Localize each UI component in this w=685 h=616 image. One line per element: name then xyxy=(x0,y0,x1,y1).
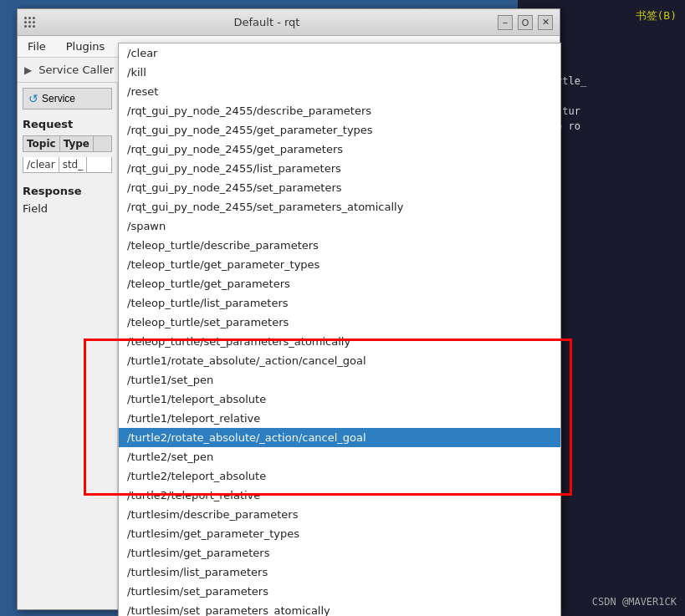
maximize-button[interactable]: O xyxy=(518,15,533,30)
dropdown-item-18[interactable]: /turtle1/teleport_absolute xyxy=(119,389,560,409)
toolbar-service-caller-label: Service Caller xyxy=(38,64,114,76)
right-panel: ? i Call − O ✕ /clear/kill/reset/rqt_gui… xyxy=(118,83,560,609)
watermark: CSDN @MAVER1CK xyxy=(592,596,677,608)
dropdown-item-22[interactable]: /turtle2/teleport_absolute xyxy=(119,466,560,486)
col-topic: Topic xyxy=(23,136,60,151)
dropdown-item-0[interactable]: /clear xyxy=(119,43,560,63)
window-title: Default - rqt xyxy=(36,16,498,28)
dropdown-item-20[interactable]: /turtle2/rotate_absolute/_action/cancel_… xyxy=(119,428,560,447)
dropdown-item-27[interactable]: /turtlesim/list_parameters xyxy=(119,563,560,582)
dropdown-item-11[interactable]: /teleop_turtle/get_parameter_types xyxy=(119,255,560,274)
dropdown-item-7[interactable]: /rqt_gui_py_node_2455/set_parameters xyxy=(119,178,560,197)
dropdown-item-5[interactable]: /rqt_gui_py_node_2455/get_parameters xyxy=(119,140,560,159)
service-btn-label: Service xyxy=(42,93,75,104)
dropdown-item-29[interactable]: /turtlesim/set_parameters_atomically xyxy=(119,601,560,616)
app-dots-icon xyxy=(24,17,36,28)
dropdown-item-12[interactable]: /teleop_turtle/get_parameters xyxy=(119,274,560,293)
content-area: ↺ Service Request Topic Type /clear std_… xyxy=(18,83,560,609)
response-label: Response xyxy=(23,185,112,197)
col-type: Type xyxy=(60,136,94,151)
menu-file[interactable]: File xyxy=(24,38,49,54)
dropdown-item-9[interactable]: /spawn xyxy=(119,216,560,236)
refresh-icon: ↺ xyxy=(28,92,38,105)
titlebar-controls: − O ✕ xyxy=(498,15,553,30)
dropdown-item-19[interactable]: /turtle1/teleport_relative xyxy=(119,409,560,428)
dropdown-item-13[interactable]: /teleop_turtle/list_parameters xyxy=(119,293,560,313)
main-window: Default - rqt − O ✕ File Plugins ▶ Servi… xyxy=(17,8,560,610)
row-topic-value: /clear xyxy=(23,157,59,172)
minimize-button[interactable]: − xyxy=(498,15,513,30)
dropdown-item-25[interactable]: /turtlesim/get_parameter_types xyxy=(119,524,560,543)
request-table-header: Topic Type xyxy=(23,135,112,152)
dropdown-item-28[interactable]: /turtlesim/set_parameters xyxy=(119,582,560,601)
dropdown-item-23[interactable]: /turtle2/teleport_relative xyxy=(119,486,560,505)
dropdown-item-1[interactable]: /kill xyxy=(119,63,560,82)
dropdown-item-24[interactable]: /turtlesim/describe_parameters xyxy=(119,505,560,524)
dropdown-item-2[interactable]: /reset xyxy=(119,82,560,101)
close-button[interactable]: ✕ xyxy=(538,15,553,30)
toolbar-arrow-icon: ▶ xyxy=(24,64,32,76)
row-type-value: std_ xyxy=(59,157,88,172)
request-label: Request xyxy=(23,118,112,130)
dropdown-item-16[interactable]: /turtle1/rotate_absolute/_action/cancel_… xyxy=(119,351,560,370)
dropdown-item-10[interactable]: /teleop_turtle/describe_parameters xyxy=(119,236,560,255)
dropdown-item-17[interactable]: /turtle1/set_pen xyxy=(119,370,560,389)
dropdown-item-15[interactable]: /teleop_turtle/set_parameters_atomically xyxy=(119,332,560,351)
dropdown-item-4[interactable]: /rqt_gui_py_node_2455/get_parameter_type… xyxy=(119,120,560,140)
menu-plugins[interactable]: Plugins xyxy=(63,38,109,54)
request-table-row: /clear std_ xyxy=(23,157,112,173)
service-button[interactable]: ↺ Service xyxy=(23,88,112,109)
dropdown-item-8[interactable]: /rqt_gui_py_node_2455/set_parameters_ato… xyxy=(119,197,560,216)
dropdown-item-14[interactable]: /teleop_turtle/set_parameters xyxy=(119,313,560,332)
dropdown-item-26[interactable]: /turtlesim/get_parameters xyxy=(119,543,560,563)
titlebar: Default - rqt − O ✕ xyxy=(18,9,560,36)
dropdown-item-21[interactable]: /turtle2/set_pen xyxy=(119,447,560,466)
dropdown-item-3[interactable]: /rqt_gui_py_node_2455/describe_parameter… xyxy=(119,101,560,120)
dropdown-item-6[interactable]: /rqt_gui_py_node_2455/list_parameters xyxy=(119,159,560,178)
left-panel: ↺ Service Request Topic Type /clear std_… xyxy=(18,83,118,609)
field-label: Field xyxy=(23,202,112,215)
service-dropdown[interactable]: /clear/kill/reset/rqt_gui_py_node_2455/d… xyxy=(118,43,561,616)
